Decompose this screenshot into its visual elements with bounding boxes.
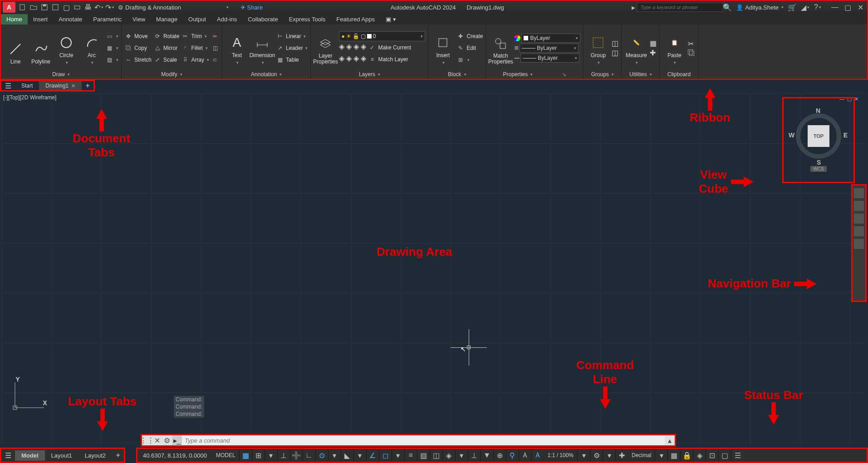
tab-featured[interactable]: Featured Apps [331, 14, 380, 24]
showmotion-icon[interactable] [854, 239, 864, 249]
circle-button[interactable]: Circle▾ [54, 31, 78, 65]
layer-btn8[interactable]: ◈ [361, 54, 366, 65]
command-input[interactable] [182, 436, 665, 445]
space-toggle[interactable]: MODEL [212, 452, 239, 458]
plot-icon[interactable] [73, 3, 82, 12]
lineweight-bylayer[interactable]: ByLayer▾ [520, 44, 579, 53]
tab-output[interactable]: Output [183, 14, 211, 24]
cart-icon[interactable]: 🛒 [788, 3, 796, 11]
arc-button[interactable]: Arc▾ [80, 31, 103, 65]
help-icon[interactable]: ?▾ [814, 3, 822, 11]
color-bylayer[interactable]: ByLayer▾ [521, 34, 580, 43]
cut-icon[interactable]: ✂ [688, 39, 695, 48]
user-menu[interactable]: 👤Aditya.Shete▾ [736, 4, 784, 11]
viewcube[interactable]: TOP N S E W [791, 109, 846, 163]
layout2-tab[interactable]: Layout2 [78, 450, 112, 461]
new-icon[interactable] [18, 3, 27, 12]
match-layer-button[interactable]: ≡Match Layer [368, 54, 408, 65]
print-icon[interactable]: 🖶 [83, 3, 93, 12]
mirror-button[interactable]: ⧋Mirror [153, 43, 179, 54]
iso-dd-icon[interactable]: ▾ [353, 449, 366, 461]
paste-button[interactable]: 📋Paste▾ [662, 31, 686, 65]
tab-addins[interactable]: Add-ins [211, 14, 242, 24]
layer-btn7[interactable]: ◈ [353, 54, 359, 65]
cmd-close-icon[interactable]: ✕ [152, 435, 162, 445]
snap-dd-icon[interactable]: ▾ [265, 449, 277, 461]
zoom-extents-icon[interactable] [854, 214, 864, 224]
tab-view[interactable]: View [127, 14, 151, 24]
make-current-button[interactable]: ✓Make Current [368, 42, 411, 53]
osnap-dd-icon[interactable]: ▾ [392, 449, 404, 461]
explode-button[interactable]: ◫ [211, 43, 219, 54]
saveas-icon[interactable] [51, 3, 60, 12]
open-icon[interactable] [29, 3, 38, 12]
erase-button[interactable]: ✏ [211, 31, 219, 42]
search-expand-icon[interactable]: ▸ [632, 3, 635, 12]
viewport[interactable]: [-][Top][2D Wireframe] — ▢ ✕ ↖ YX TOP N … [1, 93, 867, 446]
color-picker-icon[interactable] [514, 35, 520, 41]
scale-dd-icon[interactable]: ▾ [577, 449, 590, 461]
snap-toggle-icon[interactable]: ⊞ [252, 449, 265, 461]
linetype-bylayer[interactable]: ByLayer▾ [520, 54, 579, 63]
search-icon[interactable]: 🔍 [723, 3, 731, 11]
measure-button[interactable]: 📏Measure▾ [624, 31, 648, 65]
polyline-button[interactable]: Polyline [29, 31, 53, 65]
vp-close-icon[interactable]: ✕ [854, 96, 858, 102]
save-icon[interactable] [40, 3, 49, 12]
layer-properties-button[interactable]: Layer Properties [314, 31, 337, 65]
units-display[interactable]: Decimal [628, 452, 655, 458]
viewcube-east[interactable]: E [843, 132, 848, 139]
web-icon[interactable]: ▢ [62, 3, 71, 12]
tab-parametric[interactable]: Parametric [88, 14, 127, 24]
filter-icon[interactable]: ▼ [481, 449, 493, 461]
edit-block-button[interactable]: ✎Edit [456, 43, 483, 54]
layer-btn6[interactable]: ◈ [346, 54, 352, 65]
annotation-vis-icon[interactable]: ⚲ [506, 449, 519, 461]
workspace-switching-icon[interactable]: ⚙ [590, 449, 603, 461]
cycling-icon[interactable]: ◫ [430, 449, 442, 461]
viewcube-north[interactable]: N [816, 107, 820, 114]
share-button[interactable]: ✈ Share [240, 4, 263, 11]
cmd-recent-icon[interactable]: ▴ [665, 435, 675, 445]
viewcube-west[interactable]: W [789, 132, 794, 139]
tab-home[interactable]: Home [1, 14, 28, 24]
osnap-icon[interactable]: ◻ [379, 449, 392, 461]
dynamic-ucs-icon[interactable]: ⊥ [468, 449, 481, 461]
line-button[interactable]: Line [4, 31, 27, 65]
layout1-tab[interactable]: Layout1 [45, 450, 78, 461]
lineweight-toggle-icon[interactable]: ≡ [404, 449, 417, 461]
cmd-customize-icon[interactable]: ⚙ [162, 435, 172, 445]
quick-props-icon[interactable]: ▦ [667, 449, 680, 461]
grid-toggle-icon[interactable]: ▦ [239, 449, 252, 461]
3dosnap-dd-icon[interactable]: ▾ [455, 449, 468, 461]
tab-annotate[interactable]: Annotate [53, 14, 88, 24]
ucs-icon[interactable]: YX [12, 376, 49, 414]
otrack-icon[interactable]: ∠ [366, 449, 379, 461]
ws-dd-icon[interactable]: ▾ [603, 449, 615, 461]
viewcube-top-face[interactable]: TOP [808, 125, 829, 147]
linear-button[interactable]: ⊢Linear▾ [276, 31, 308, 42]
copy-clip-icon[interactable]: ⿻ [688, 49, 695, 57]
pan-icon[interactable] [854, 201, 864, 211]
autodesk-icon[interactable]: ◢▾ [801, 3, 809, 11]
minimize-icon[interactable]: — [831, 3, 839, 11]
workspace-selector[interactable]: ⚙Drafting & Annotation▾ [118, 4, 229, 11]
full-nav-wheel-icon[interactable] [854, 188, 864, 198]
new-tab-button[interactable]: + [82, 82, 93, 90]
clean-screen-icon[interactable]: ▢ [718, 449, 731, 461]
hardware-accel-icon[interactable]: ⊡ [706, 449, 718, 461]
rect-button[interactable]: ▭▾ [105, 31, 118, 42]
tab-collaborate[interactable]: Collaborate [242, 14, 284, 24]
start-tab[interactable]: Start [15, 81, 39, 90]
annoscale-icon[interactable]: Ａ [531, 449, 544, 461]
lock-ui-icon[interactable]: 🔒 [680, 449, 693, 461]
isolate-icon[interactable]: ◈ [693, 449, 706, 461]
block-attr-button[interactable]: ⊞▾ [456, 54, 483, 65]
redo-icon[interactable]: ↷▾ [105, 3, 114, 12]
table-button[interactable]: ▦Table [276, 54, 308, 65]
tab-insert[interactable]: Insert [28, 14, 54, 24]
offset-button[interactable]: ⊂ [211, 54, 219, 65]
create-block-button[interactable]: ✚Create [456, 31, 483, 42]
scale-display[interactable]: 1:1 / 100% [544, 452, 577, 458]
more-draw-button[interactable]: ▨▾ [105, 54, 118, 65]
